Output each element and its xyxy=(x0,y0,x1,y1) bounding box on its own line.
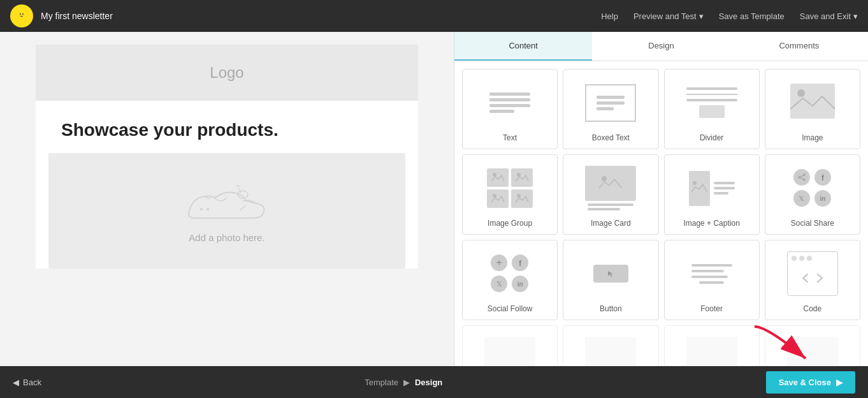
code-brackets-icon xyxy=(801,270,824,286)
divider-label: Divider xyxy=(670,133,754,142)
block-social-share[interactable]: f 𝕏 in Social Share xyxy=(765,154,860,235)
code-block-icon xyxy=(770,248,855,299)
block-image-caption[interactable]: Image + Caption xyxy=(664,154,760,235)
back-button[interactable]: ◀ Back xyxy=(13,378,41,387)
text-block-icon xyxy=(468,77,552,128)
footer-block-icon xyxy=(670,248,754,299)
chevron-down-icon: ▾ xyxy=(853,11,858,21)
block-button[interactable]: Button xyxy=(563,240,658,320)
chevron-down-icon: ▾ xyxy=(699,11,704,21)
svg-point-4 xyxy=(200,208,203,210)
logo-area: My first newsletter xyxy=(10,4,113,27)
social-share-label: Social Share xyxy=(770,219,855,228)
code-label: Code xyxy=(770,304,855,313)
svg-point-14 xyxy=(602,176,607,181)
image-block-icon xyxy=(770,77,855,128)
right-panel: Content Design Comments xyxy=(454,32,868,366)
block-text[interactable]: Text xyxy=(462,69,558,149)
breadcrumb: Template ▶ Design xyxy=(365,378,442,387)
help-link[interactable]: Help xyxy=(601,11,618,21)
top-navigation: My first newsletter Help Preview and Tes… xyxy=(0,0,868,32)
block-image-card[interactable]: Image Card xyxy=(563,154,658,235)
divider-block-icon xyxy=(670,77,754,128)
svg-point-11 xyxy=(517,173,521,177)
breadcrumb-arrow-icon: ▶ xyxy=(403,378,410,387)
email-preview-panel: Logo Showcase your products. xyxy=(0,32,454,366)
svg-point-3 xyxy=(22,13,24,15)
block-boxed-text[interactable]: Boxed Text xyxy=(563,69,658,149)
svg-line-19 xyxy=(800,175,804,177)
tab-design[interactable]: Design xyxy=(592,32,730,61)
block-extra-2[interactable] xyxy=(563,325,658,366)
extra-1-icon xyxy=(468,334,552,366)
logo-block: Logo xyxy=(36,45,418,101)
photo-caption: Add a photo here. xyxy=(61,232,393,243)
headline-block: Showcase your products. xyxy=(36,101,418,153)
cursor-icon xyxy=(607,270,614,277)
chevron-right-icon: ▶ xyxy=(836,378,843,387)
image-caption-label: Image + Caption xyxy=(670,219,754,228)
social-follow-label: Social Follow xyxy=(468,304,552,313)
block-image[interactable]: Image xyxy=(765,69,860,149)
boxed-text-block-icon xyxy=(568,77,653,128)
extra-4-icon xyxy=(770,334,855,366)
headline-text: Showcase your products. xyxy=(61,120,393,140)
svg-point-5 xyxy=(206,208,209,210)
block-extra-3[interactable] xyxy=(664,325,760,366)
main-content: Logo Showcase your products. xyxy=(0,32,868,366)
svg-point-2 xyxy=(20,13,21,15)
block-social-follow[interactable]: + f 𝕏 in Social Follow xyxy=(462,240,558,320)
tab-comments[interactable]: Comments xyxy=(730,32,868,61)
tabs-bar: Content Design Comments xyxy=(454,32,868,61)
image-card-block-icon xyxy=(568,163,653,214)
nav-links: Help Preview and Test ▾ Save as Template… xyxy=(601,11,858,21)
boxed-text-label: Boxed Text xyxy=(568,133,653,142)
image-group-label: Image Group xyxy=(468,219,552,228)
svg-point-12 xyxy=(493,194,496,198)
tab-content[interactable]: Content xyxy=(454,32,592,61)
svg-point-9 xyxy=(797,89,805,97)
image-group-block-icon xyxy=(468,163,552,214)
svg-line-20 xyxy=(800,178,804,180)
blocks-grid: Text Boxed Text xyxy=(454,61,868,366)
svg-point-15 xyxy=(693,181,697,185)
image-icon-svg xyxy=(787,80,838,125)
image-card-label: Image Card xyxy=(568,219,653,228)
svg-point-13 xyxy=(517,194,521,198)
footer-label: Footer xyxy=(670,304,754,313)
block-image-group[interactable]: Image Group xyxy=(462,154,558,235)
image-caption-block-icon xyxy=(670,163,754,214)
newsletter-title: My first newsletter xyxy=(41,11,113,21)
extra-2-icon xyxy=(568,334,653,366)
back-arrow-icon: ◀ xyxy=(13,378,19,387)
save-template-link[interactable]: Save as Template xyxy=(719,11,785,21)
mailchimp-logo xyxy=(10,4,33,27)
image-label: Image xyxy=(770,133,855,142)
block-footer[interactable]: Footer xyxy=(664,240,760,320)
block-extra-4[interactable] xyxy=(765,325,860,366)
svg-rect-8 xyxy=(790,84,835,119)
button-block-icon xyxy=(568,248,653,299)
bottom-bar: ◀ Back Template ▶ Design Save & Close ▶ xyxy=(0,366,868,398)
block-divider[interactable]: Divider xyxy=(664,69,760,149)
save-close-button[interactable]: Save & Close ▶ xyxy=(766,371,855,394)
block-extra-1[interactable] xyxy=(462,325,558,366)
svg-point-10 xyxy=(493,173,496,177)
shoe-illustration xyxy=(182,179,271,230)
text-label: Text xyxy=(468,133,552,142)
social-follow-block-icon: + f 𝕏 in xyxy=(468,248,552,299)
save-exit-button[interactable]: Save and Exit ▾ xyxy=(800,11,858,21)
button-label: Button xyxy=(568,304,653,313)
photo-block: Add a photo here. xyxy=(48,153,405,269)
extra-3-icon xyxy=(670,334,754,366)
block-code[interactable]: Code xyxy=(765,240,860,320)
email-canvas: Logo Showcase your products. xyxy=(36,45,418,269)
social-share-block-icon: f 𝕏 in xyxy=(770,163,855,214)
preview-test-link[interactable]: Preview and Test ▾ xyxy=(633,11,704,21)
